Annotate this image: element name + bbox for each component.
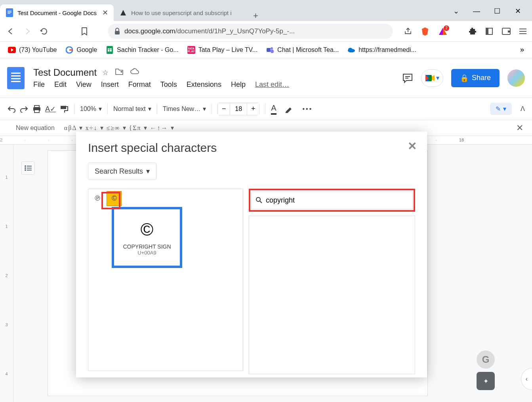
paint-format-icon[interactable]: [60, 105, 69, 113]
move-icon[interactable]: [115, 68, 124, 77]
search-input[interactable]: [266, 196, 408, 205]
bookmark-youtube[interactable]: (73) YouTube: [8, 46, 57, 54]
document-title[interactable]: Test Document: [33, 67, 97, 78]
brave-icon[interactable]: [421, 27, 429, 36]
docs-favicon: [6, 9, 13, 17]
close-equation-icon[interactable]: ✕: [516, 123, 523, 133]
increase-font-button[interactable]: +: [247, 103, 259, 115]
tab-favicon: [119, 9, 127, 17]
brave-rewards-icon[interactable]: 2: [438, 27, 448, 36]
text-color-icon[interactable]: A: [271, 103, 276, 115]
forward-icon[interactable]: [22, 26, 32, 36]
menu-bar: File Edit View Insert Format Tools Exten…: [33, 80, 402, 89]
meet-button[interactable]: ▾: [421, 69, 443, 87]
redo-icon[interactable]: [20, 105, 29, 113]
bookmark-onedrive[interactable]: https://framedmedi...: [347, 46, 416, 54]
tooltip-glyph: ©: [141, 220, 153, 239]
menu-edit[interactable]: Edit: [54, 80, 67, 89]
category-dropdown[interactable]: Search Results ▾: [88, 163, 156, 180]
docs-logo-icon[interactable]: [7, 67, 25, 89]
more-icon[interactable]: •••: [303, 105, 313, 113]
tab-active[interactable]: Test Document - Google Docs ✕: [0, 4, 114, 21]
wallet-icon[interactable]: [502, 28, 511, 35]
grammarly-icon[interactable]: G: [477, 350, 495, 369]
account-avatar[interactable]: [507, 69, 525, 87]
search-icon: [256, 197, 263, 204]
menu-file[interactable]: File: [33, 80, 45, 89]
sidebar-icon[interactable]: [485, 27, 493, 35]
menu-view[interactable]: View: [76, 80, 92, 89]
svg-rect-1: [8, 11, 11, 11]
bookmark-google[interactable]: Google: [65, 46, 97, 54]
back-icon[interactable]: [6, 26, 16, 36]
url-field[interactable]: docs.google.com/document/d/1hP_y_UsnQ7Yo…: [108, 24, 393, 39]
decrease-font-button[interactable]: −: [218, 103, 230, 115]
dialog-close-icon[interactable]: ✕: [408, 140, 417, 153]
minimize-icon[interactable]: —: [473, 7, 481, 15]
tab-inactive[interactable]: How to use superscript and subscript i: [114, 4, 248, 21]
reload-icon[interactable]: [39, 26, 49, 36]
draw-character-box[interactable]: [249, 216, 415, 374]
star-icon[interactable]: ☆: [102, 68, 109, 77]
menu-format[interactable]: Format: [128, 80, 151, 89]
chevron-down-icon: ▾: [203, 105, 206, 113]
lock-icon: [114, 28, 120, 35]
tab-close-icon[interactable]: ✕: [102, 8, 108, 17]
svg-rect-11: [519, 33, 526, 34]
svg-point-31: [25, 165, 26, 167]
menu-help[interactable]: Help: [231, 80, 246, 89]
new-tab-button[interactable]: +: [248, 11, 263, 21]
svg-rect-2: [8, 12, 11, 13]
new-equation-label[interactable]: New equation: [16, 124, 55, 132]
menu-insert[interactable]: Insert: [101, 80, 119, 89]
svg-rect-29: [34, 110, 39, 113]
cloud-status-icon[interactable]: [130, 68, 139, 77]
spellcheck-icon[interactable]: A✓: [45, 105, 56, 113]
collapse-toolbar-icon[interactable]: ᐱ: [521, 105, 525, 113]
window-controls: ⌄ — ☐ ✕: [452, 7, 532, 21]
cloud-icon: [347, 46, 355, 54]
explore-icon[interactable]: ✦: [477, 372, 495, 390]
editing-mode-button[interactable]: ✎ ▾: [490, 103, 512, 115]
chevron-down-icon: ▾: [146, 167, 150, 176]
font-size-input[interactable]: [230, 103, 247, 115]
menu-tools[interactable]: Tools: [160, 80, 177, 89]
teams-icon: [266, 46, 274, 54]
style-dropdown[interactable]: Normal text ▾: [113, 105, 151, 113]
docs-header: Test Document ☆ File Edit View Insert Fo…: [0, 58, 532, 98]
equation-symbols[interactable]: αβΔ ▾ x÷↓ ▾ ≤≥∞ ▾ {Σπ ▾ ←↑→ ▾: [64, 124, 175, 132]
url-host: docs.google.com: [124, 27, 175, 35]
svg-rect-17: [109, 48, 110, 52]
last-edit-link[interactable]: Last edit…: [255, 80, 289, 89]
svg-rect-8: [508, 31, 511, 33]
search-highlight: [249, 189, 415, 212]
zoom-dropdown[interactable]: 100% ▾: [80, 105, 102, 113]
bookmark-sheets[interactable]: Sachin Tracker - Go...: [106, 46, 179, 54]
bookmark-icon[interactable]: [79, 26, 90, 36]
bookmark-teams[interactable]: Chat | Microsoft Tea...: [266, 46, 339, 54]
undo-icon[interactable]: [7, 105, 16, 113]
comments-icon[interactable]: [402, 73, 413, 83]
dialog-title: Insert special characters: [88, 141, 415, 155]
search-field[interactable]: [251, 191, 413, 209]
close-window-icon[interactable]: ✕: [514, 7, 522, 15]
tata-icon: TATAPLAY: [187, 46, 195, 54]
url-path: /document/d/1hP_y_UsnQ7YoPy-5p_-...: [175, 27, 295, 35]
maximize-icon[interactable]: ☐: [493, 7, 501, 15]
outline-toggle-icon[interactable]: [21, 161, 35, 175]
menu-extensions[interactable]: Extensions: [187, 80, 221, 89]
menu-icon[interactable]: [519, 28, 526, 35]
font-dropdown[interactable]: Times New… ▾: [163, 105, 206, 113]
print-icon[interactable]: [32, 105, 41, 113]
chevron-down-icon: ▾: [503, 105, 506, 113]
share-url-icon[interactable]: [404, 27, 412, 35]
svg-rect-36: [27, 170, 32, 170]
dropdown-icon[interactable]: ⌄: [452, 7, 460, 15]
bookmarks-overflow-icon[interactable]: »: [520, 46, 524, 54]
bookmark-tata[interactable]: TATAPLAY Tata Play – Live TV...: [187, 46, 257, 54]
vertical-ruler[interactable]: 1123456: [0, 145, 13, 402]
extensions-icon[interactable]: [468, 27, 477, 36]
share-button[interactable]: 🔒 Share: [451, 69, 500, 87]
svg-point-19: [271, 47, 273, 50]
highlight-icon[interactable]: [284, 105, 293, 113]
